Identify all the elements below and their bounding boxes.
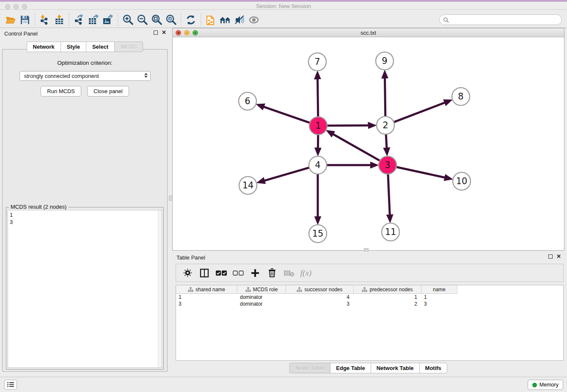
node-8[interactable]: 8 xyxy=(452,88,470,105)
float-table-panel-icon[interactable] xyxy=(548,254,553,259)
edge-2-9[interactable] xyxy=(385,78,385,117)
edge-1-7[interactable] xyxy=(318,79,318,117)
control-panel: Control Panel ✕ NetworkStyleSelectMCDS O… xyxy=(0,28,170,377)
node-10[interactable]: 10 xyxy=(453,172,471,190)
table-settings-button[interactable] xyxy=(181,267,194,279)
tab-network-table[interactable]: Network Table xyxy=(371,363,419,373)
cell-name[interactable]: 1 xyxy=(421,294,457,301)
toolbar-separator xyxy=(35,14,35,26)
import-table-button[interactable] xyxy=(52,13,66,27)
node-4[interactable]: 4 xyxy=(309,156,327,174)
network-graph[interactable]: 1234678910111415 xyxy=(173,37,564,250)
show-hide-button[interactable] xyxy=(247,13,261,27)
zoom-out-button[interactable] xyxy=(135,13,149,27)
zoom-in-button[interactable] xyxy=(121,13,135,27)
node-1[interactable]: 1 xyxy=(309,117,327,135)
network-canvas[interactable]: 1234678910111415 xyxy=(173,37,564,250)
select-stepper-icon xyxy=(144,73,148,78)
close-panel-button[interactable]: Close panel xyxy=(87,86,129,97)
save-session-button[interactable] xyxy=(18,13,32,27)
tab-style[interactable]: Style xyxy=(61,41,86,52)
first-neighbors-button[interactable] xyxy=(218,13,232,27)
horizontal-splitter-handle[interactable] xyxy=(364,248,369,251)
node-3[interactable]: 3 xyxy=(379,156,396,174)
search-input[interactable] xyxy=(451,17,553,23)
network-window-titlebar[interactable]: ✕ − + scc.txt xyxy=(173,28,564,37)
add-column-button[interactable] xyxy=(249,267,261,279)
close-table-panel-icon[interactable]: ✕ xyxy=(556,254,561,259)
node-14[interactable]: 14 xyxy=(239,177,257,194)
edge-4-14[interactable] xyxy=(264,168,309,181)
edge-2-3[interactable] xyxy=(386,134,387,148)
result-scrollbar[interactable] xyxy=(158,210,162,367)
export-table-button[interactable] xyxy=(86,13,101,27)
open-session-button[interactable] xyxy=(3,13,18,27)
float-panel-icon[interactable] xyxy=(154,30,158,35)
function-builder-button[interactable]: f(x) xyxy=(300,267,312,279)
node-15[interactable]: 15 xyxy=(309,225,327,243)
cell-MCDS-role[interactable]: dominator xyxy=(237,294,286,301)
tab-select[interactable]: Select xyxy=(86,41,114,52)
node-9[interactable]: 9 xyxy=(376,52,394,70)
zoom-network-icon[interactable]: + xyxy=(193,30,198,36)
edge-3-11[interactable] xyxy=(388,174,390,215)
cell-predecessor-nodes[interactable]: 2 xyxy=(354,301,421,307)
close-panel-icon[interactable]: ✕ xyxy=(162,30,166,35)
export-image-button[interactable] xyxy=(101,13,115,27)
tab-motifs[interactable]: Motifs xyxy=(419,363,447,373)
column-header-predecessor-nodes[interactable]: predecessor nodes xyxy=(354,285,421,294)
edge-3-10[interactable] xyxy=(396,167,445,177)
hide-graphics-details-button[interactable] xyxy=(232,13,247,27)
node-label: 11 xyxy=(385,227,396,237)
tab-mcds[interactable]: MCDS xyxy=(114,41,143,52)
minimize-network-icon[interactable]: − xyxy=(184,30,190,36)
cell-shared-name[interactable]: 1 xyxy=(176,294,237,301)
node-2[interactable]: 2 xyxy=(377,116,394,134)
optimization-criterion-select[interactable]: strongly connected component xyxy=(19,71,151,81)
node-table[interactable]: shared nameMCDS rolesuccessor nodesprede… xyxy=(176,285,564,361)
mcds-result-text[interactable]: 13 xyxy=(8,210,162,368)
delete-table-button[interactable] xyxy=(283,267,295,279)
column-header-MCDS-role[interactable]: MCDS role xyxy=(237,285,286,294)
table-row[interactable]: 1dominator411 xyxy=(176,294,457,301)
deselect-all-button[interactable] xyxy=(232,267,245,279)
delete-column-button[interactable] xyxy=(266,267,278,279)
task-history-button[interactable] xyxy=(4,380,17,389)
tab-node-table[interactable]: Node Table xyxy=(289,363,330,373)
table-row[interactable]: 3dominator323 xyxy=(176,301,457,307)
column-header-name[interactable]: name xyxy=(421,285,457,294)
cell-shared-name[interactable]: 3 xyxy=(176,301,237,307)
table-panel-title: Table Panel xyxy=(176,254,205,261)
node-7[interactable]: 7 xyxy=(308,53,326,71)
search-box[interactable] xyxy=(439,14,562,25)
edge-2-8[interactable] xyxy=(394,102,445,122)
cell-successor-nodes[interactable]: 3 xyxy=(286,301,354,307)
cell-successor-nodes[interactable]: 4 xyxy=(286,294,354,301)
column-header-successor-nodes[interactable]: successor nodes xyxy=(286,285,354,294)
edge-1-6[interactable] xyxy=(264,107,310,123)
cell-predecessor-nodes[interactable]: 1 xyxy=(354,294,421,301)
close-network-icon[interactable]: ✕ xyxy=(176,30,181,36)
zoom-fit-button[interactable] xyxy=(149,13,164,27)
memory-button[interactable]: Memory xyxy=(528,380,563,390)
uncheck-all-icon xyxy=(233,270,244,276)
node-6[interactable]: 6 xyxy=(239,92,256,110)
tab-edge-table[interactable]: Edge Table xyxy=(330,363,370,373)
cell-MCDS-role[interactable]: dominator xyxy=(237,301,286,307)
select-all-button[interactable] xyxy=(215,267,228,279)
node-label: 4 xyxy=(315,160,320,170)
edge-3-1[interactable] xyxy=(333,134,380,161)
refresh-button[interactable] xyxy=(184,13,198,27)
table-columns-button[interactable] xyxy=(198,267,211,279)
run-mcds-button[interactable]: Run MCDS xyxy=(41,86,81,97)
new-network-file-button[interactable] xyxy=(204,13,218,27)
edge-1-2[interactable] xyxy=(327,125,369,126)
zoom-selected-button[interactable] xyxy=(164,13,178,27)
export-network-button[interactable] xyxy=(72,13,86,27)
import-network-button[interactable] xyxy=(38,13,52,27)
node-11[interactable]: 11 xyxy=(382,223,399,241)
cell-name[interactable]: 3 xyxy=(421,301,457,307)
tab-network[interactable]: Network xyxy=(27,41,61,52)
optimization-criterion-label: Optimization criterion: xyxy=(3,60,167,66)
column-header-shared-name[interactable]: shared name xyxy=(176,285,237,294)
